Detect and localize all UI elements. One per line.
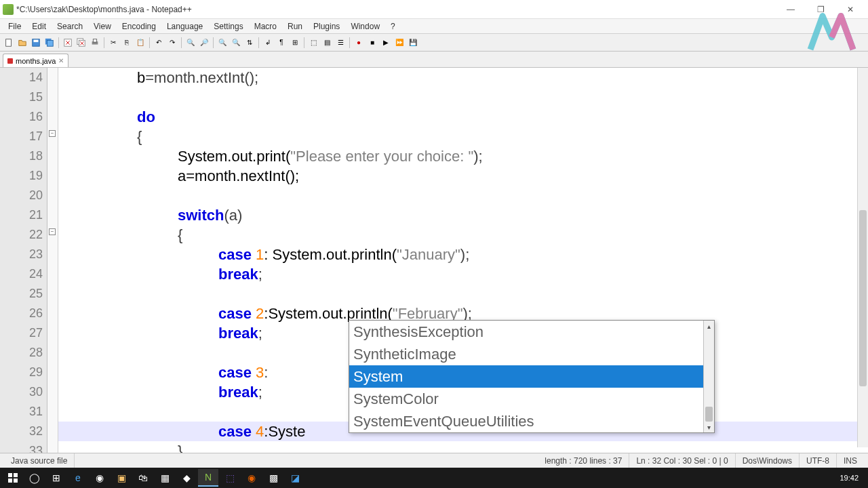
app-icon-1[interactable]: ▦ <box>155 469 175 487</box>
open-file-icon[interactable] <box>16 37 28 49</box>
svg-rect-4 <box>47 40 54 46</box>
firefox-icon[interactable]: ◉ <box>241 469 262 487</box>
cut-icon[interactable]: ✂ <box>107 37 119 49</box>
autocomplete-item[interactable]: SystemColor <box>349 388 703 410</box>
line-number: 22 <box>0 225 43 245</box>
line-number: 23 <box>0 245 43 264</box>
show-all-chars-icon[interactable]: ¶ <box>275 37 288 49</box>
redo-icon[interactable]: ↷ <box>166 37 178 49</box>
play-multi-icon[interactable]: ⏩ <box>393 37 406 49</box>
cortana-icon[interactable]: ◯ <box>24 469 45 487</box>
editor[interactable]: 1415161718192021222324252627282930313233… <box>0 68 868 461</box>
tab-label: months.java <box>16 57 56 65</box>
undo-icon[interactable]: ↶ <box>153 37 165 49</box>
print-icon[interactable] <box>89 37 101 49</box>
menu-run[interactable]: Run <box>282 20 308 33</box>
taskbar-clock[interactable]: 19:42 <box>833 474 865 482</box>
autocomplete-item[interactable]: SystemEventQueueUtilities <box>349 410 703 432</box>
close-all-icon[interactable] <box>75 37 87 49</box>
menu-search[interactable]: Search <box>52 20 88 33</box>
menu-file[interactable]: File <box>3 20 26 33</box>
func-list-icon[interactable]: ☰ <box>334 37 347 49</box>
task-view-icon[interactable]: ⊞ <box>46 469 66 487</box>
status-encoding: UTF-8 <box>800 453 837 468</box>
menu-macro[interactable]: Macro <box>249 20 282 33</box>
zoom-out-icon[interactable]: 🔍 <box>230 37 242 49</box>
menu-window[interactable]: Window <box>345 20 385 33</box>
line-number: 31 <box>0 402 43 422</box>
doc-map-icon[interactable]: ▤ <box>321 37 333 49</box>
sync-vscroll-icon[interactable]: ⇅ <box>243 37 256 49</box>
status-insert-mode: INS <box>837 453 864 468</box>
notepadpp-taskbar-icon[interactable]: N <box>198 469 218 487</box>
fold-marker-icon[interactable]: − <box>49 130 56 137</box>
menu-language[interactable]: Language <box>161 20 208 33</box>
stop-macro-icon[interactable]: ■ <box>366 37 378 49</box>
close-file-icon[interactable] <box>62 37 74 49</box>
vertical-scrollbar[interactable] <box>857 68 868 447</box>
minimize-button[interactable]: — <box>776 3 806 16</box>
menu-help[interactable]: ? <box>385 20 401 33</box>
line-number: 29 <box>0 363 43 382</box>
copy-icon[interactable]: ⎘ <box>121 37 133 49</box>
line-number: 26 <box>0 304 43 323</box>
start-button[interactable] <box>3 469 23 487</box>
status-position: Ln : 32 Col : 30 Sel : 0 | 0 <box>629 453 735 468</box>
line-number-gutter: 1415161718192021222324252627282930313233 <box>0 68 47 461</box>
menu-view[interactable]: View <box>88 20 117 33</box>
line-number: 32 <box>0 422 43 441</box>
paste-icon[interactable]: 📋 <box>134 37 146 49</box>
maximize-button[interactable]: ❐ <box>806 3 835 16</box>
save-all-icon[interactable] <box>43 37 56 49</box>
windows-taskbar[interactable]: ◯ ⊞ e ◉ ▣ 🛍 ▦ ◆ N ⬚ ◉ ▩ ◪ 19:42 <box>0 468 868 488</box>
menu-edit[interactable]: Edit <box>26 20 52 33</box>
scroll-down-icon[interactable]: ▾ <box>704 422 714 432</box>
svg-rect-13 <box>14 479 18 483</box>
svg-rect-0 <box>6 39 12 46</box>
line-number: 15 <box>0 87 43 107</box>
wordwrap-icon[interactable]: ↲ <box>262 37 274 49</box>
close-button[interactable]: ✕ <box>835 3 865 16</box>
fold-marker-icon[interactable]: − <box>49 228 56 235</box>
save-icon[interactable] <box>30 37 42 49</box>
scroll-thumb[interactable] <box>859 210 867 386</box>
line-number: 18 <box>0 146 43 166</box>
chrome-icon[interactable]: ◉ <box>90 469 110 487</box>
svg-rect-12 <box>8 479 12 483</box>
tab-months-java[interactable]: months.java ✕ <box>3 54 68 67</box>
autocomplete-scrollbar[interactable]: ▴ ▾ <box>703 321 714 432</box>
svg-rect-9 <box>93 39 96 41</box>
autocomplete-item[interactable]: SyntheticImage <box>349 343 703 365</box>
store-icon[interactable]: 🛍 <box>133 469 153 487</box>
new-file-icon[interactable] <box>3 37 15 49</box>
record-macro-icon[interactable]: ● <box>353 37 365 49</box>
indent-guide-icon[interactable]: ⊞ <box>289 37 301 49</box>
menu-plugins[interactable]: Plugins <box>308 20 345 33</box>
scroll-up-icon[interactable]: ▴ <box>704 321 714 331</box>
autocomplete-popup[interactable]: SynthesisExceptionSyntheticImageSystemSy… <box>349 320 715 433</box>
code-area[interactable]: b=month.nextInt(); do { System.out.print… <box>58 68 868 461</box>
line-number: 28 <box>0 343 43 363</box>
menu-settings[interactable]: Settings <box>208 20 248 33</box>
vscode-icon[interactable]: ⬚ <box>220 469 240 487</box>
tab-close-icon[interactable]: ✕ <box>58 57 64 64</box>
menu-encoding[interactable]: Encoding <box>117 20 161 33</box>
file-explorer-icon[interactable]: ▣ <box>111 469 132 487</box>
app-icon-3[interactable]: ▩ <box>263 469 283 487</box>
app-icon-4[interactable]: ◪ <box>285 469 305 487</box>
find-icon[interactable]: 🔍 <box>184 37 197 49</box>
play-macro-icon[interactable]: ▶ <box>380 37 392 49</box>
autocomplete-item[interactable]: System <box>349 365 703 388</box>
title-bar: *C:\Users\zak\Desktop\months.java - Note… <box>0 0 868 19</box>
scroll-thumb[interactable] <box>705 407 713 422</box>
line-number: 27 <box>0 323 43 343</box>
line-number: 19 <box>0 166 43 186</box>
autocomplete-item[interactable]: SynthesisException <box>349 321 703 343</box>
zoom-in-icon[interactable]: 🔍 <box>216 37 229 49</box>
svg-rect-11 <box>14 473 18 477</box>
app-icon-2[interactable]: ◆ <box>176 469 197 487</box>
lang-monitor-icon[interactable]: ⬚ <box>307 37 319 49</box>
edge-icon[interactable]: e <box>68 469 88 487</box>
replace-icon[interactable]: 🔎 <box>198 37 210 49</box>
save-macro-icon[interactable]: 💾 <box>407 37 419 49</box>
